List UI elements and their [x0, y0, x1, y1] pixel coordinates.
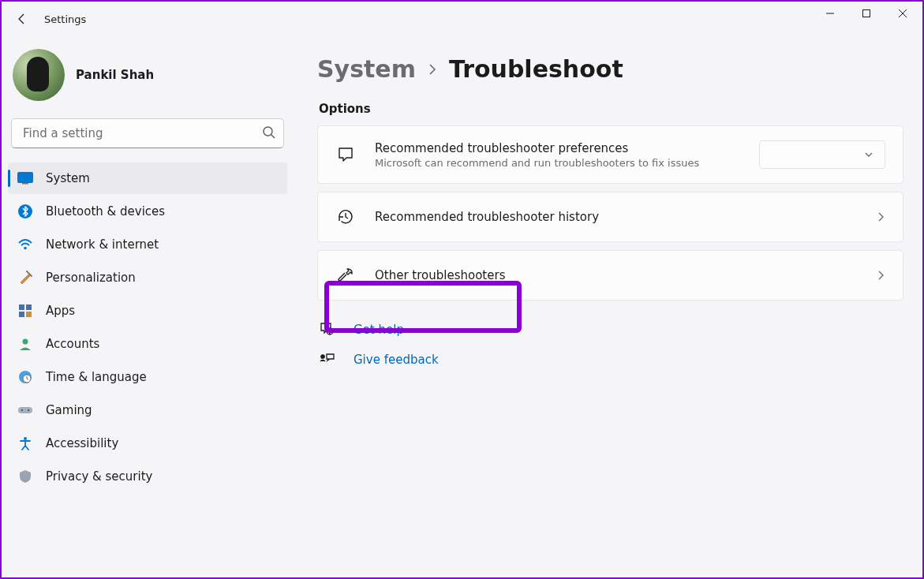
get-help-link[interactable]: Get help — [354, 323, 404, 337]
card-title: Recommended troubleshooter history — [375, 210, 857, 224]
breadcrumb-parent[interactable]: System — [317, 55, 416, 83]
sidebar-item-bluetooth[interactable]: Bluetooth & devices — [8, 196, 287, 227]
svg-point-4 — [264, 127, 272, 136]
svg-point-23 — [321, 355, 324, 358]
sidebar-label-accounts: Accounts — [46, 337, 99, 351]
maximize-icon — [862, 9, 870, 17]
gamepad-icon — [17, 402, 33, 418]
main-content: System Troubleshoot Options Recommended … — [294, 36, 922, 577]
svg-rect-6 — [18, 173, 33, 183]
minimize-button[interactable] — [812, 2, 848, 25]
maximize-button[interactable] — [848, 2, 885, 25]
sidebar-nav: System Bluetooth & devices Network & int… — [8, 162, 287, 492]
svg-point-18 — [21, 409, 23, 411]
help-row-get-help: ? Get help — [319, 321, 903, 338]
apps-icon — [17, 303, 33, 319]
sidebar-item-personalization[interactable]: Personalization — [8, 262, 287, 293]
chevron-right-icon — [876, 269, 885, 282]
card-other-troubleshooters[interactable]: Other troubleshooters — [317, 250, 903, 301]
chat-bubble-icon — [335, 144, 356, 165]
card-troubleshooter-history[interactable]: Recommended troubleshooter history — [317, 192, 903, 242]
chevron-right-icon — [876, 211, 885, 223]
sidebar-item-apps[interactable]: Apps — [8, 295, 287, 327]
close-button[interactable] — [885, 2, 921, 25]
sidebar-item-time[interactable]: Time & language — [8, 361, 287, 393]
sidebar-item-network[interactable]: Network & internet — [8, 229, 287, 260]
svg-rect-11 — [26, 304, 32, 310]
section-label-options: Options — [319, 102, 903, 116]
bluetooth-icon — [17, 204, 33, 219]
sidebar-label-personalization: Personalization — [46, 271, 136, 285]
paintbrush-icon — [17, 270, 33, 286]
give-feedback-link[interactable]: Give feedback — [354, 353, 439, 367]
display-icon — [17, 170, 33, 186]
breadcrumb-current: Troubleshoot — [449, 55, 623, 83]
user-name: Pankil Shah — [76, 68, 154, 82]
sidebar-item-privacy[interactable]: Privacy & security — [8, 461, 287, 492]
history-icon — [335, 207, 356, 227]
svg-rect-10 — [19, 304, 24, 310]
wrench-icon — [335, 265, 356, 286]
window-controls — [812, 2, 921, 25]
sidebar-label-apps: Apps — [46, 304, 75, 318]
breadcrumb: System Troubleshoot — [317, 55, 903, 83]
svg-rect-1 — [863, 10, 870, 17]
svg-point-14 — [23, 339, 28, 345]
sidebar-label-time: Time & language — [46, 370, 147, 384]
search-container — [11, 118, 284, 148]
sidebar-label-gaming: Gaming — [46, 403, 92, 417]
minimize-icon — [826, 9, 834, 17]
clock-globe-icon — [17, 369, 33, 385]
sidebar: Pankil Shah System Bluetooth & devices — [2, 36, 294, 577]
svg-line-5 — [271, 135, 275, 138]
svg-rect-7 — [22, 183, 28, 185]
sidebar-label-network: Network & internet — [46, 237, 159, 252]
shield-icon — [17, 469, 33, 484]
card-title: Recommended troubleshooter preferences — [375, 141, 740, 155]
svg-rect-17 — [18, 407, 32, 413]
settings-window: Settings Pankil Shah — [0, 0, 924, 579]
svg-rect-13 — [26, 312, 32, 317]
back-button[interactable] — [6, 3, 38, 35]
chevron-down-icon — [864, 150, 873, 159]
sidebar-item-system[interactable]: System — [8, 162, 287, 194]
feedback-icon — [319, 351, 336, 368]
sidebar-item-accounts[interactable]: Accounts — [8, 328, 287, 360]
svg-point-9 — [24, 247, 27, 250]
card-recommended-preferences[interactable]: Recommended troubleshooter preferences M… — [317, 125, 903, 184]
help-links: ? Get help Give feedback — [317, 321, 903, 368]
sidebar-label-bluetooth: Bluetooth & devices — [46, 204, 165, 219]
arrow-left-icon — [16, 13, 28, 25]
chevron-right-icon — [427, 62, 438, 77]
sidebar-item-accessibility[interactable]: Accessibility — [8, 428, 287, 459]
person-icon — [17, 336, 33, 352]
avatar — [13, 49, 65, 101]
sidebar-label-privacy: Privacy & security — [46, 469, 152, 484]
accessibility-icon — [17, 435, 33, 451]
card-title: Other troubleshooters — [375, 268, 857, 282]
search-icon — [262, 125, 276, 140]
help-row-feedback: Give feedback — [319, 351, 903, 368]
card-subtitle: Microsoft can recommend and run troubles… — [375, 157, 740, 169]
svg-rect-12 — [19, 312, 24, 317]
window-title: Settings — [44, 13, 86, 25]
user-profile[interactable]: Pankil Shah — [8, 41, 287, 114]
titlebar: Settings — [2, 2, 922, 36]
svg-point-20 — [24, 437, 27, 440]
svg-point-19 — [28, 409, 29, 411]
sidebar-item-gaming[interactable]: Gaming — [8, 394, 287, 426]
search-input[interactable] — [11, 118, 284, 148]
sidebar-label-system: System — [46, 171, 90, 185]
help-icon: ? — [319, 321, 336, 338]
sidebar-label-accessibility: Accessibility — [46, 436, 118, 450]
close-icon — [899, 9, 907, 17]
wifi-icon — [17, 237, 33, 252]
recommended-preferences-dropdown[interactable] — [759, 140, 885, 169]
svg-text:?: ? — [329, 330, 331, 334]
